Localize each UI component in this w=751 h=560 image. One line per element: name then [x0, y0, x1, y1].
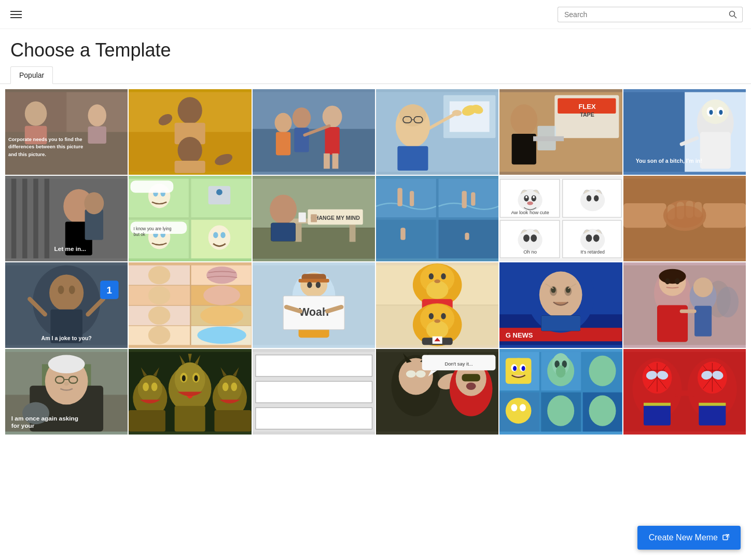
- meme-row-1: Corporate needs you to find the differen…: [5, 89, 746, 175]
- svg-point-258: [194, 375, 198, 382]
- svg-point-251: [175, 362, 205, 397]
- meme-batman-slapping[interactable]: Don't say it...: [376, 349, 498, 435]
- meme-office[interactable]: Corporate needs you to find the differen…: [5, 89, 128, 175]
- meme-spiderman-pointing[interactable]: [623, 349, 746, 435]
- meme-bernie-sanders[interactable]: I am once again asking for your: [5, 349, 128, 435]
- svg-point-260: [138, 375, 162, 402]
- svg-line-338: [672, 392, 700, 395]
- svg-point-7: [88, 104, 106, 127]
- svg-text:I am once again asking: I am once again asking: [11, 415, 78, 422]
- svg-point-233: [693, 277, 713, 297]
- svg-point-244: [64, 382, 68, 386]
- meme-winnie-pooh[interactable]: [376, 262, 498, 348]
- svg-rect-37: [397, 146, 428, 171]
- svg-point-231: [675, 278, 679, 285]
- svg-point-61: [719, 110, 722, 115]
- svg-point-339: [666, 388, 676, 395]
- svg-rect-277: [256, 408, 372, 429]
- meme-woman-yelling[interactable]: [623, 262, 746, 348]
- svg-rect-24: [324, 153, 330, 169]
- svg-rect-143: [703, 203, 746, 228]
- meme-spongebob-squidward[interactable]: [499, 349, 622, 435]
- svg-rect-234: [694, 306, 712, 337]
- svg-text:Am I a joke to you?: Am I a joke to you?: [41, 335, 91, 341]
- svg-point-270: [231, 383, 238, 391]
- svg-rect-104: [271, 223, 295, 241]
- svg-point-132: [594, 195, 599, 202]
- svg-point-266: [218, 375, 242, 402]
- svg-point-195: [426, 281, 449, 299]
- svg-point-84: [216, 189, 222, 195]
- meme-distracted-boyfriend[interactable]: [253, 89, 375, 175]
- svg-point-269: [222, 383, 229, 391]
- svg-point-127: [533, 196, 535, 199]
- svg-point-176: [201, 306, 244, 326]
- svg-point-257: [182, 375, 186, 382]
- svg-rect-272: [129, 410, 165, 431]
- meme-rick-morty[interactable]: You son of a bitch, I'm in!: [623, 89, 746, 175]
- svg-point-135: [531, 234, 537, 242]
- meme-grid: Corporate needs you to find the differen…: [0, 84, 751, 441]
- svg-point-284: [416, 370, 426, 377]
- svg-point-196: [429, 273, 434, 279]
- svg-point-173: [148, 326, 171, 344]
- svg-rect-99: [349, 223, 355, 242]
- meme-i-know-lying[interactable]: I know you are lying but ok: [129, 176, 251, 261]
- svg-point-283: [406, 370, 416, 377]
- search-input[interactable]: [558, 7, 724, 22]
- svg-text:Oh no: Oh no: [524, 249, 537, 255]
- meme-let-me-in[interactable]: Let me in...: [5, 176, 128, 261]
- svg-point-316: [589, 396, 616, 426]
- meme-flex-tape[interactable]: FLEX TAPE: [499, 89, 622, 175]
- svg-rect-216: [541, 316, 581, 331]
- svg-point-128: [527, 201, 534, 205]
- svg-point-177: [198, 327, 247, 344]
- svg-point-152: [49, 274, 84, 311]
- meme-aw-look-cute[interactable]: Aw look how cute Oh no: [499, 176, 622, 261]
- meme-drake[interactable]: [129, 89, 251, 175]
- svg-point-214: [539, 272, 582, 318]
- meme-blank-3panel[interactable]: [253, 349, 375, 435]
- meme-am-i-joke[interactable]: 1 Am I a joke to you?: [5, 262, 128, 348]
- svg-point-313: [511, 404, 518, 411]
- svg-rect-342: [644, 403, 671, 406]
- svg-point-174: [206, 267, 237, 284]
- svg-text:differences between this pictu: differences between this picture: [8, 144, 83, 149]
- meme-woah[interactable]: Woah: [253, 262, 375, 348]
- svg-text:Woah: Woah: [299, 306, 328, 318]
- svg-point-170: [148, 266, 171, 284]
- svg-rect-27: [294, 128, 309, 152]
- svg-text:I know you are lying: I know you are lying: [134, 227, 172, 231]
- svg-rect-288: [462, 374, 480, 381]
- meme-handshake[interactable]: [623, 176, 746, 261]
- meme-drowning[interactable]: [376, 176, 498, 261]
- svg-rect-341: [699, 404, 726, 425]
- meme-anime-explain[interactable]: [376, 89, 498, 175]
- meme-breaking-news[interactable]: G NEWS: [499, 262, 622, 348]
- svg-point-72: [84, 192, 104, 215]
- svg-rect-182: [298, 279, 329, 283]
- svg-rect-142: [623, 203, 666, 228]
- svg-point-60: [709, 110, 713, 115]
- meme-dragon[interactable]: [129, 349, 251, 435]
- svg-point-198: [434, 279, 440, 283]
- svg-point-229: [659, 269, 686, 284]
- svg-rect-8: [88, 127, 106, 144]
- svg-rect-18: [175, 161, 205, 173]
- meme-expanding-brain[interactable]: [129, 262, 251, 348]
- svg-point-203: [429, 313, 434, 319]
- tab-popular[interactable]: Popular: [10, 66, 53, 84]
- svg-rect-23: [325, 127, 339, 155]
- svg-text:You son of a bitch, I'm in!: You son of a bitch, I'm in!: [635, 158, 702, 164]
- svg-rect-115: [471, 192, 475, 206]
- svg-text:and this picture.: and this picture.: [8, 151, 46, 157]
- svg-rect-276: [256, 381, 372, 402]
- svg-text:for your: for your: [11, 422, 35, 429]
- search-button[interactable]: [724, 7, 743, 22]
- meme-row-2: Let me in...: [5, 176, 746, 261]
- svg-point-314: [520, 404, 526, 411]
- hamburger-menu[interactable]: [8, 9, 24, 20]
- meme-change-my-mind[interactable]: CHANGE MY MIND: [253, 176, 375, 261]
- svg-point-311: [589, 356, 616, 386]
- svg-line-1: [734, 16, 737, 18]
